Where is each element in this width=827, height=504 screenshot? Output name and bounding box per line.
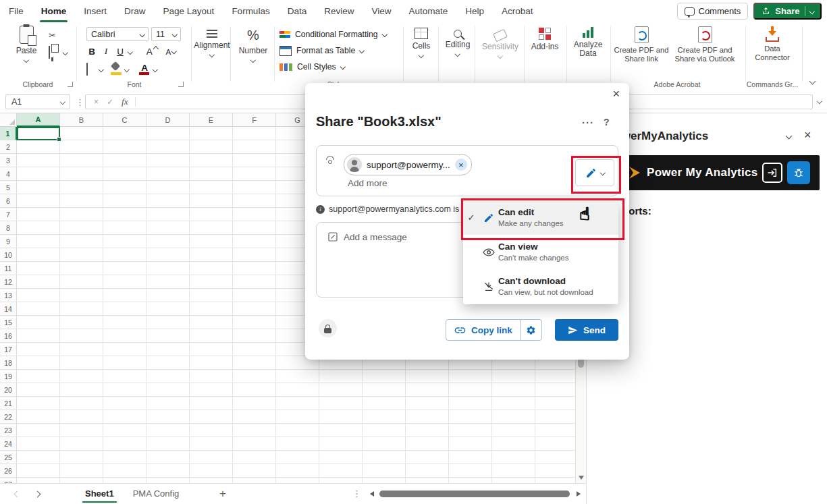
insert-function-icon[interactable]: fx: [122, 96, 128, 107]
fill-color-button[interactable]: [111, 63, 122, 75]
grow-font-button[interactable]: A: [144, 44, 159, 59]
prev-sheet-arrow-icon[interactable]: [14, 491, 21, 498]
tab-home[interactable]: Home: [32, 0, 76, 22]
link-settings-lock-button[interactable]: [319, 319, 337, 337]
shrink-font-button[interactable]: A: [163, 45, 178, 59]
clipboard-dialog-launcher[interactable]: [68, 82, 73, 87]
permission-option-can-view[interactable]: Can viewCan't make changes: [463, 235, 618, 269]
create-pdf-outlook-button[interactable]: Create PDF and Share via Outlook: [672, 26, 737, 63]
font-color-button[interactable]: A: [139, 61, 150, 75]
tab-draw[interactable]: Draw: [115, 0, 155, 22]
dialog-help-button[interactable]: ?: [604, 117, 610, 128]
column-header-e[interactable]: E: [190, 113, 233, 127]
pma-app-button[interactable]: [787, 161, 810, 184]
tab-file[interactable]: File: [0, 0, 32, 22]
permission-dropdown-button[interactable]: [575, 159, 614, 186]
row-header-5[interactable]: 5: [0, 181, 17, 194]
row-header-23[interactable]: 23: [0, 424, 17, 437]
row-header-10[interactable]: 10: [0, 248, 17, 262]
row-header-2[interactable]: 2: [0, 140, 17, 154]
row-header-22[interactable]: 22: [0, 410, 17, 424]
share-chevron-icon[interactable]: [809, 9, 814, 14]
font-dialog-launcher[interactable]: [178, 82, 184, 87]
name-box-kebab-icon[interactable]: ⋮: [76, 97, 84, 107]
tab-help[interactable]: Help: [456, 0, 493, 22]
font-color-chevron-icon[interactable]: [153, 67, 158, 72]
row-header-25[interactable]: 25: [0, 451, 17, 464]
next-sheet-arrow-icon[interactable]: [34, 491, 41, 498]
row-header-24[interactable]: 24: [0, 437, 17, 451]
row-header-26[interactable]: 26: [0, 464, 17, 478]
alignment-group-button[interactable]: Alignment: [192, 28, 232, 57]
row-header-27[interactable]: 27: [0, 478, 17, 483]
share-button[interactable]: Share: [753, 3, 822, 20]
bold-button[interactable]: B: [85, 44, 99, 59]
row-header-21[interactable]: 21: [0, 397, 17, 410]
row-header-9[interactable]: 9: [0, 235, 17, 248]
enter-icon[interactable]: ✓: [107, 97, 113, 107]
row-header-20[interactable]: 20: [0, 383, 17, 397]
tab-review[interactable]: Review: [315, 0, 363, 22]
row-header-15[interactable]: 15: [0, 316, 17, 329]
cancel-icon[interactable]: ×: [94, 97, 99, 107]
row-header-11[interactable]: 11: [0, 262, 17, 275]
column-header-a[interactable]: A: [17, 113, 60, 127]
tab-formulas[interactable]: Formulas: [223, 0, 278, 22]
copy-chevron-icon[interactable]: [63, 50, 68, 55]
tab-view[interactable]: View: [363, 0, 400, 22]
permission-option-can-edit[interactable]: ✓ Can editMake any changes: [463, 200, 618, 235]
number-group-button[interactable]: % Number: [232, 26, 275, 62]
editing-group-button[interactable]: Editing: [440, 28, 475, 56]
borders-button[interactable]: [86, 63, 88, 76]
selected-cell-a1[interactable]: [17, 127, 60, 140]
borders-chevron-icon[interactable]: [99, 67, 104, 72]
remove-recipient-button[interactable]: ×: [455, 159, 467, 171]
collapse-ribbon-chevron-icon[interactable]: [809, 78, 816, 85]
sheet-tab-pma-config[interactable]: PMA Config: [124, 484, 189, 504]
cut-button[interactable]: ✂: [49, 29, 56, 41]
row-header-1[interactable]: 1: [0, 127, 17, 140]
row-header-17[interactable]: 17: [0, 343, 17, 356]
column-header-b[interactable]: B: [60, 113, 103, 127]
send-button[interactable]: Send: [555, 319, 618, 341]
dialog-close-button[interactable]: ×: [612, 87, 620, 101]
font-size-select[interactable]: 11: [151, 27, 181, 41]
row-header-16[interactable]: 16: [0, 329, 17, 343]
cells-group-button[interactable]: Cells: [405, 28, 437, 57]
expand-formula-bar-chevron-icon[interactable]: [817, 99, 822, 104]
column-header-f[interactable]: F: [233, 113, 276, 127]
recipient-field[interactable]: support@powermy... × Add more: [316, 145, 618, 196]
column-header-d[interactable]: D: [146, 113, 190, 127]
copy-button[interactable]: [49, 47, 50, 59]
select-all-button[interactable]: [0, 113, 17, 127]
horizontal-scrollbar-thumb[interactable]: [379, 491, 570, 497]
row-header-18[interactable]: 18: [0, 356, 17, 370]
copy-link-button[interactable]: Copy link: [446, 320, 521, 340]
recipient-chip[interactable]: support@powermy... ×: [344, 154, 472, 175]
tab-data[interactable]: Data: [279, 0, 316, 22]
tab-page-layout[interactable]: Page Layout: [155, 0, 223, 22]
scroll-down-arrow-icon[interactable]: [579, 476, 584, 480]
underline-chevron-icon[interactable]: [128, 49, 133, 55]
tab-automate[interactable]: Automate: [400, 0, 456, 22]
dialog-more-options-button[interactable]: ···: [582, 117, 594, 128]
tab-insert[interactable]: Insert: [75, 0, 115, 22]
permission-option-cant-download[interactable]: Can't downloadCan view, but not download: [463, 269, 618, 304]
signin-button[interactable]: [762, 163, 782, 183]
column-header-c[interactable]: C: [103, 113, 146, 127]
row-header-7[interactable]: 7: [0, 208, 17, 221]
add-more-button[interactable]: Add more: [348, 178, 388, 188]
new-sheet-button[interactable]: +: [215, 486, 231, 502]
row-header-8[interactable]: 8: [0, 221, 17, 235]
comments-button[interactable]: Comments: [677, 3, 749, 20]
row-header-12[interactable]: 12: [0, 275, 17, 289]
conditional-formatting-button[interactable]: Conditional Formatting: [279, 28, 386, 40]
scroll-left-arrow-icon[interactable]: [370, 491, 374, 497]
row-header-13[interactable]: 13: [0, 289, 17, 302]
sensitivity-group-button[interactable]: Sensitivity: [478, 28, 523, 58]
row-header-4[interactable]: 4: [0, 167, 17, 181]
create-pdf-share-link-button[interactable]: Create PDF and Share link: [613, 26, 670, 63]
italic-button[interactable]: I: [100, 44, 112, 59]
row-header-19[interactable]: 19: [0, 370, 17, 383]
pane-chevron-down-icon[interactable]: [786, 133, 793, 140]
